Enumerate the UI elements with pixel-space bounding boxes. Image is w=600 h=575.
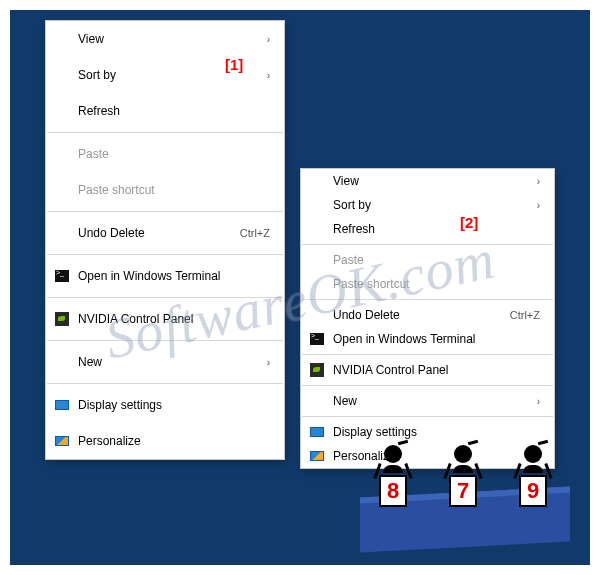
display-icon [309,424,325,440]
personalize-icon [54,433,70,449]
annotation-2: [2] [460,214,478,231]
menu-item-label: Personalize [78,434,270,448]
menu-item-label: Paste shortcut [333,277,540,291]
menu-item-label: Paste [78,147,270,161]
menu1-view[interactable]: View › [46,21,284,57]
chevron-right-icon: › [537,176,540,187]
menu-separator [302,385,553,386]
desktop-background: View › Sort by › Refresh Paste Paste sho… [10,10,590,565]
menu-item-label: New [78,355,257,369]
menu-item-label: View [78,32,257,46]
menu-separator [302,244,553,245]
menu-item-label: NVIDIA Control Panel [333,363,540,377]
menu1-nvidia[interactable]: NVIDIA Control Panel [46,301,284,337]
menu-item-label: New [333,394,527,408]
score-card: 8 [379,475,407,507]
nvidia-icon [309,362,325,378]
menu-item-label: View [333,174,527,188]
menu-separator [47,132,283,133]
judge-2: 7 [438,445,488,507]
menu-separator [302,354,553,355]
menu-item-label: Refresh [333,222,540,236]
menu1-open-terminal[interactable]: Open in Windows Terminal [46,258,284,294]
menu-separator [302,299,553,300]
menu2-paste: Paste [301,248,554,272]
menu-item-label: Undo Delete [333,308,510,322]
menu1-new[interactable]: New › [46,344,284,380]
menu-separator [47,297,283,298]
menu2-refresh[interactable]: Refresh [301,217,554,241]
terminal-icon [309,331,325,347]
terminal-icon [54,268,70,284]
menu-item-label: Refresh [78,104,270,118]
chevron-right-icon: › [267,34,270,45]
menu1-refresh[interactable]: Refresh [46,93,284,129]
menu-separator [47,254,283,255]
menu2-undo-delete[interactable]: Undo Delete Ctrl+Z [301,303,554,327]
score-card: 9 [519,475,547,507]
menu1-sort-by[interactable]: Sort by › [46,57,284,93]
menu-item-label: Paste [333,253,540,267]
menu-item-label: Sort by [333,198,527,212]
personalize-icon [309,448,325,464]
keyboard-shortcut: Ctrl+Z [510,309,540,321]
menu2-new[interactable]: New › [301,389,554,413]
menu2-open-terminal[interactable]: Open in Windows Terminal [301,327,554,351]
menu-item-label: Open in Windows Terminal [333,332,540,346]
menu-item-label: Undo Delete [78,226,240,240]
menu-separator [47,383,283,384]
nvidia-icon [54,311,70,327]
menu2-sort-by[interactable]: Sort by › [301,193,554,217]
keyboard-shortcut: Ctrl+Z [240,227,270,239]
context-menu-2: View › Sort by › Refresh Paste Paste sho… [300,168,555,469]
menu-item-label: Display settings [78,398,270,412]
menu-separator [302,416,553,417]
menu1-personalize[interactable]: Personalize [46,423,284,459]
chevron-right-icon: › [267,70,270,81]
menu1-paste-shortcut: Paste shortcut [46,172,284,208]
menu1-paste: Paste [46,136,284,172]
score-card: 7 [449,475,477,507]
display-icon [54,397,70,413]
menu1-display-settings[interactable]: Display settings [46,387,284,423]
chevron-right-icon: › [267,357,270,368]
menu1-undo-delete[interactable]: Undo Delete Ctrl+Z [46,215,284,251]
menu2-nvidia[interactable]: NVIDIA Control Panel [301,358,554,382]
menu-item-label: Open in Windows Terminal [78,269,270,283]
menu-separator [47,211,283,212]
chevron-right-icon: › [537,396,540,407]
menu-item-label: NVIDIA Control Panel [78,312,270,326]
chevron-right-icon: › [537,200,540,211]
menu2-view[interactable]: View › [301,169,554,193]
judges-graphic: 8 7 9 [360,437,580,547]
menu-item-label: Paste shortcut [78,183,270,197]
judge-3: 9 [508,445,558,507]
menu-separator [47,340,283,341]
annotation-1: [1] [225,56,243,73]
menu2-paste-shortcut: Paste shortcut [301,272,554,296]
judge-1: 8 [368,445,418,507]
context-menu-1: View › Sort by › Refresh Paste Paste sho… [45,20,285,460]
